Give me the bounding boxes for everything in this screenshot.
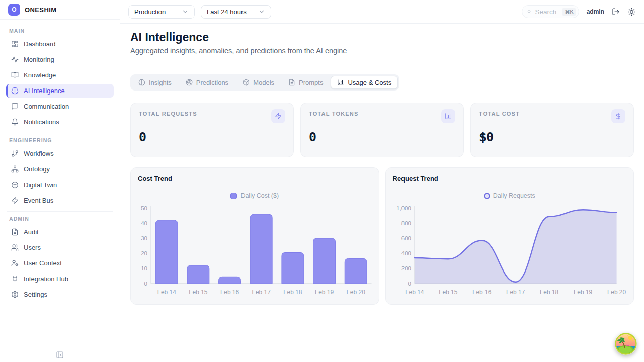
stat-label: TOTAL REQUESTS: [139, 111, 197, 117]
plug-icon: [11, 275, 19, 283]
sidebar-item-label: User Context: [24, 259, 62, 267]
cube-icon: [243, 79, 250, 86]
sun-icon: [627, 8, 636, 16]
sidebar-item-label: Audit: [24, 228, 39, 236]
stat-value: $0: [479, 130, 625, 144]
charts-row: Cost Trend Daily Cost ($) 01020304050Feb…: [130, 167, 634, 305]
page-title: AI Intelligence: [130, 31, 634, 44]
sidebar-item-monitoring[interactable]: Monitoring: [6, 53, 114, 66]
logout-button[interactable]: [612, 8, 620, 16]
sidebar-item-digital-twin[interactable]: Digital Twin: [6, 178, 114, 192]
sidebar-item-dashboard[interactable]: Dashboard: [6, 37, 114, 51]
page-subtitle: Aggregated insights, anomalies, and pred…: [130, 47, 634, 55]
svg-text:Feb 14: Feb 14: [405, 289, 424, 296]
svg-text:Feb 19: Feb 19: [315, 289, 334, 296]
user-gear-icon: [11, 259, 19, 267]
stat-card-total-requests: TOTAL REQUESTS 0: [130, 103, 294, 157]
git-branch-icon: [11, 150, 19, 157]
brand-name: ONESHIM: [25, 6, 56, 14]
logout-icon: [612, 8, 620, 16]
time-range-select[interactable]: Last 24 hours: [201, 5, 271, 19]
page-header: AI Intelligence Aggregated insights, ano…: [120, 24, 644, 62]
tab-insights[interactable]: Insights: [132, 76, 178, 89]
divider: [7, 211, 113, 212]
svg-text:Feb 18: Feb 18: [540, 289, 559, 296]
sidebar-item-integration-hub[interactable]: Integration Hub: [6, 272, 114, 286]
cost-trend-bar-chart[interactable]: 01020304050Feb 14Feb 15Feb 16Feb 17Feb 1…: [138, 202, 372, 298]
environment-select[interactable]: Production: [128, 5, 195, 19]
svg-text:Feb 16: Feb 16: [220, 289, 239, 296]
sidebar-item-label: Dashboard: [24, 40, 56, 48]
tropical-island-icon: [615, 333, 637, 355]
tab-label: Predictions: [196, 79, 228, 86]
search-icon: [527, 8, 531, 15]
chevron-down-icon: [182, 8, 189, 15]
sidebar-item-notifications[interactable]: Notifications: [6, 115, 114, 129]
sidebar-item-knowledge[interactable]: Knowledge: [6, 68, 114, 82]
sidebar-item-label: Settings: [24, 291, 47, 298]
sidebar-item-users[interactable]: Users: [6, 241, 114, 254]
theme-toggle-button[interactable]: [627, 8, 636, 16]
sidebar-item-label: Communication: [24, 103, 69, 110]
svg-text:30: 30: [141, 235, 147, 241]
sidebar-collapse-button[interactable]: [56, 351, 64, 359]
topbar: Production Last 24 hours ⌘K admin: [120, 0, 644, 24]
sidebar-item-event-bus[interactable]: Event Bus: [6, 194, 114, 207]
users-icon: [11, 244, 19, 251]
zap-icon: [11, 197, 19, 204]
tab-predictions[interactable]: Predictions: [179, 76, 235, 89]
brand-row: O ONESHIM: [0, 0, 120, 20]
stat-label: TOTAL TOKENS: [309, 111, 359, 117]
sidebar-item-communication[interactable]: Communication: [6, 100, 114, 113]
search-input[interactable]: [534, 8, 559, 16]
brand-logo: O: [8, 4, 20, 16]
svg-text:20: 20: [141, 250, 147, 256]
request-trend-chart-card: Request Trend Daily Requests 02004006008…: [385, 167, 634, 305]
sidebar-item-audit[interactable]: Audit: [6, 225, 114, 239]
dashboard-icon: [11, 40, 19, 48]
sidebar-item-label: AI Intelligence: [24, 87, 65, 95]
sidebar-item-label: Digital Twin: [24, 181, 57, 189]
file-text-icon: [288, 79, 295, 86]
stat-label: TOTAL COST: [479, 111, 520, 117]
svg-text:Feb 17: Feb 17: [252, 289, 271, 296]
time-range-select-value: Last 24 hours: [207, 8, 247, 16]
chart-column-icon: [441, 109, 455, 123]
chart-title: Request Trend: [393, 175, 627, 183]
tab-usage-costs[interactable]: Usage & Costs: [331, 76, 398, 89]
tab-prompts[interactable]: Prompts: [282, 76, 330, 89]
sidebar-item-ontology[interactable]: Ontology: [6, 162, 114, 176]
tab-bar: Insights Predictions Models Prompts Usag…: [130, 74, 399, 90]
brain-icon: [138, 79, 145, 86]
stats-row: TOTAL REQUESTS 0 TOTAL TOKENS 0: [130, 103, 634, 157]
book-open-icon: [11, 71, 19, 79]
svg-text:0: 0: [408, 281, 411, 287]
island-widget-button[interactable]: [615, 333, 637, 355]
content: AI Intelligence Aggregated insights, ano…: [120, 24, 644, 362]
search-box[interactable]: ⌘K: [522, 5, 579, 18]
tab-label: Models: [253, 79, 274, 86]
environment-select-value: Production: [134, 8, 166, 16]
sidebar-item-ai-intelligence[interactable]: AI Intelligence: [6, 84, 114, 98]
svg-text:40: 40: [141, 220, 147, 226]
legend-label: Daily Requests: [493, 192, 535, 199]
svg-text:Feb 19: Feb 19: [574, 289, 593, 296]
sidebar-item-workflows[interactable]: Workflows: [6, 147, 114, 160]
sidebar-item-label: Users: [24, 244, 41, 251]
chevron-down-icon: [258, 8, 265, 15]
legend-label: Daily Cost ($): [240, 192, 279, 199]
sidebar-item-settings[interactable]: Settings: [6, 288, 114, 301]
svg-text:Feb 15: Feb 15: [439, 289, 458, 296]
sidebar-item-label: Ontology: [24, 165, 50, 173]
tab-models[interactable]: Models: [236, 76, 281, 89]
svg-text:1,000: 1,000: [396, 205, 411, 211]
chart-legend: Daily Cost ($): [138, 192, 372, 200]
legend-swatch: [484, 193, 490, 199]
sidebar-nav: MAIN Dashboard Monitoring Knowledge AI I…: [0, 20, 120, 347]
request-trend-area-chart[interactable]: 02004006008001,000Feb 14Feb 15Feb 16Feb …: [393, 202, 627, 298]
cube-icon: [11, 181, 19, 189]
svg-text:800: 800: [401, 220, 411, 226]
sidebar: O ONESHIM MAIN Dashboard Monitoring Know…: [0, 0, 120, 362]
sidebar-item-user-context[interactable]: User Context: [6, 256, 114, 270]
sidebar-item-label: Notifications: [24, 118, 59, 126]
